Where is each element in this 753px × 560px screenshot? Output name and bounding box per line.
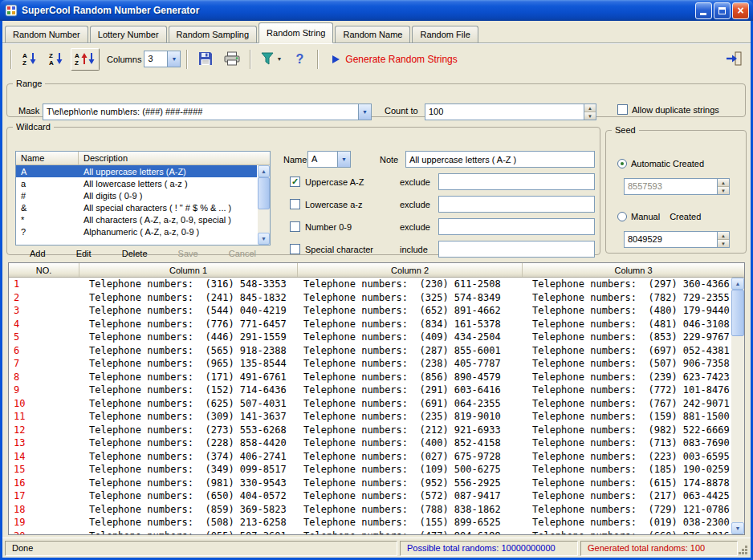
manual-seed-spinner[interactable]: 8049529 ▲▼ bbox=[624, 231, 730, 248]
resize-grip[interactable] bbox=[745, 552, 747, 554]
header-column-2[interactable]: Column 2 bbox=[298, 263, 523, 277]
string-options-dropdown-button[interactable]: ▼ bbox=[257, 48, 285, 71]
maximize-button[interactable] bbox=[714, 2, 731, 19]
wildcard-row[interactable]: #All digits ( 0-9 ) bbox=[16, 189, 257, 201]
cell-column-2: Telephone numbers: (109) 500-6275 bbox=[298, 464, 523, 475]
cell-column-3: Telephone numbers: (159) 881-1500 bbox=[523, 411, 731, 422]
table-row[interactable]: 17Telephone numbers: (650) 404-0572Telep… bbox=[9, 489, 731, 503]
close-button[interactable]: × bbox=[732, 2, 749, 19]
table-row[interactable]: 6Telephone numbers: (565) 918-2388Teleph… bbox=[9, 344, 731, 358]
table-row[interactable]: 8Telephone numbers: (171) 491-6761Teleph… bbox=[9, 371, 731, 384]
edit-button[interactable]: Edit bbox=[76, 249, 92, 258]
radio-icon bbox=[617, 212, 627, 221]
cell-column-3: Telephone numbers: (019) 038-2300 bbox=[523, 517, 731, 528]
wildcard-row[interactable]: ?Alphanumeric ( A-Z, a-z, 0-9 ) bbox=[16, 225, 257, 237]
table-row[interactable]: 12Telephone numbers: (273) 553-6268Telep… bbox=[9, 424, 731, 437]
lowercase-a-z-checkbox[interactable] bbox=[290, 199, 300, 209]
chevron-down-icon[interactable]: ▼ bbox=[337, 152, 350, 167]
table-row[interactable]: 18Telephone numbers: (859) 369-5823Telep… bbox=[9, 503, 731, 517]
tab-random-sampling[interactable]: Random Sampling bbox=[169, 26, 258, 43]
table-row[interactable]: 15Telephone numbers: (349) 099-8517Telep… bbox=[9, 463, 731, 477]
filter-label: Number 0-9 bbox=[305, 222, 400, 232]
table-row[interactable]: 1Telephone numbers: (316) 548-3353Teleph… bbox=[9, 278, 731, 291]
cell-column-3: Telephone numbers: (223) 003-6595 bbox=[523, 451, 731, 462]
sort-ascending-button[interactable]: AZ bbox=[18, 48, 42, 71]
uppercase-a-z-checkbox[interactable]: ✓ bbox=[290, 177, 300, 187]
minimize-button[interactable] bbox=[695, 2, 712, 19]
special-character-include-input[interactable] bbox=[438, 241, 595, 258]
save-button[interactable] bbox=[193, 48, 218, 71]
allow-duplicates-checkbox[interactable]: Allow duplicate strings bbox=[617, 104, 719, 115]
generate-random-strings-button[interactable]: Generate Random Strings bbox=[324, 54, 465, 65]
print-button[interactable] bbox=[220, 48, 244, 71]
wildcard-name-column-header[interactable]: Name bbox=[16, 152, 79, 164]
results-scrollbar[interactable]: ▲ ▼ bbox=[731, 278, 744, 534]
scroll-up-icon[interactable]: ▲ bbox=[731, 278, 744, 290]
wildcard-row[interactable]: AAll uppercase letters (A-Z) bbox=[16, 165, 257, 177]
table-row[interactable]: 4Telephone numbers: (776) 771-6457Teleph… bbox=[9, 318, 731, 331]
add-button[interactable]: Add bbox=[30, 249, 46, 258]
toolbar-separator bbox=[10, 50, 12, 69]
exit-button[interactable] bbox=[722, 48, 746, 71]
chevron-down-icon[interactable]: ▼ bbox=[167, 51, 180, 67]
table-row[interactable]: 7Telephone numbers: (965) 135-8544Teleph… bbox=[9, 357, 731, 371]
chevron-down-icon[interactable]: ▼ bbox=[358, 104, 371, 120]
table-row[interactable]: 16Telephone numbers: (981) 330-9543Telep… bbox=[9, 477, 731, 490]
wildcard-row[interactable]: *All characters ( A-Z, a-z, 0-9, special… bbox=[16, 213, 257, 225]
scrollbar-thumb[interactable] bbox=[731, 290, 744, 336]
table-row[interactable]: 5Telephone numbers: (446) 291-1559Teleph… bbox=[9, 331, 731, 344]
table-row[interactable]: 20Telephone numbers: (055) 507-3601Telep… bbox=[9, 530, 731, 535]
mask-combobox[interactable]: T\el\eph\on\e numb\ers: (###) ###-#### ▼ bbox=[43, 103, 372, 120]
header-no[interactable]: NO. bbox=[9, 263, 79, 277]
header-column-1[interactable]: Column 1 bbox=[79, 263, 298, 277]
wildcard-list-scrollbar[interactable]: ▲ ▼ bbox=[257, 165, 270, 245]
scrollbar-thumb[interactable] bbox=[258, 177, 270, 209]
tab-random-file[interactable]: Random File bbox=[412, 26, 478, 43]
sort-original-order-button[interactable]: AZ bbox=[71, 48, 100, 71]
count-to-spinner[interactable]: 100 ▲▼ bbox=[425, 103, 596, 120]
special-character-checkbox[interactable] bbox=[290, 244, 300, 254]
spin-up-icon[interactable]: ▲ bbox=[584, 104, 596, 112]
wildcard-description-column-header[interactable]: Description bbox=[79, 152, 270, 164]
header-column-3[interactable]: Column 3 bbox=[523, 263, 744, 277]
spin-up-icon[interactable]: ▲ bbox=[718, 232, 729, 240]
table-row[interactable]: 10Telephone numbers: (625) 507-4031Telep… bbox=[9, 397, 731, 411]
table-row[interactable]: 13Telephone numbers: (228) 858-4420Telep… bbox=[9, 436, 731, 450]
number-0-9-checkbox[interactable] bbox=[290, 221, 300, 232]
tab-random-name[interactable]: Random Name bbox=[335, 26, 410, 43]
scroll-up-icon[interactable]: ▲ bbox=[258, 165, 270, 177]
lowercase-a-z-exclude-input[interactable] bbox=[438, 196, 595, 213]
help-button[interactable]: ? bbox=[287, 48, 311, 71]
tab-lottery-number[interactable]: Lottery Number bbox=[90, 26, 167, 43]
table-row[interactable]: 3Telephone numbers: (544) 040-4219Teleph… bbox=[9, 304, 731, 318]
wildcard-row[interactable]: &All special characters ( ! " # $ % & ..… bbox=[16, 201, 257, 213]
status-possible-randoms: Possible total randoms: 10000000000 bbox=[400, 541, 578, 556]
manual-seed-radio[interactable]: Manual Created bbox=[617, 212, 701, 221]
cancel-button: Cancel bbox=[229, 249, 256, 258]
wildcard-row-name: a bbox=[16, 179, 79, 189]
table-row[interactable]: 19Telephone numbers: (508) 213-6258Telep… bbox=[9, 516, 731, 530]
allow-duplicates-label: Allow duplicate strings bbox=[632, 105, 719, 115]
uppercase-a-z-exclude-input[interactable] bbox=[438, 173, 595, 190]
scroll-down-icon[interactable]: ▼ bbox=[258, 233, 270, 245]
number-0-9-exclude-input[interactable] bbox=[438, 218, 595, 235]
spin-down-icon[interactable]: ▼ bbox=[718, 240, 729, 247]
delete-button[interactable]: Delete bbox=[122, 249, 148, 258]
table-row[interactable]: 2Telephone numbers: (241) 845-1832Teleph… bbox=[9, 291, 731, 305]
automatic-seed-radio[interactable]: Automatic Created bbox=[617, 159, 704, 168]
spin-down-icon[interactable]: ▼ bbox=[584, 112, 596, 120]
columns-select[interactable]: 3 ▼ bbox=[144, 51, 181, 67]
wildcard-row[interactable]: aAll lowercase letters ( a-z ) bbox=[16, 177, 257, 189]
tab-random-string[interactable]: Random String bbox=[258, 22, 333, 43]
sort-descending-button[interactable]: ZA bbox=[44, 48, 68, 71]
table-row[interactable]: 14Telephone numbers: (374) 406-2741Telep… bbox=[9, 450, 731, 464]
scrollbar-track[interactable] bbox=[258, 177, 270, 233]
tab-random-number[interactable]: Random Number bbox=[5, 26, 88, 43]
scrollbar-track[interactable] bbox=[731, 290, 744, 522]
scroll-down-icon[interactable]: ▼ bbox=[731, 522, 744, 534]
name-combobox[interactable]: A ▼ bbox=[307, 151, 351, 168]
cell-column-1: Telephone numbers: (859) 369-5823 bbox=[79, 504, 298, 515]
table-row[interactable]: 11Telephone numbers: (309) 141-3637Telep… bbox=[9, 410, 731, 424]
table-row[interactable]: 9Telephone numbers: (152) 714-6436Teleph… bbox=[9, 383, 731, 397]
note-input[interactable] bbox=[405, 151, 595, 168]
